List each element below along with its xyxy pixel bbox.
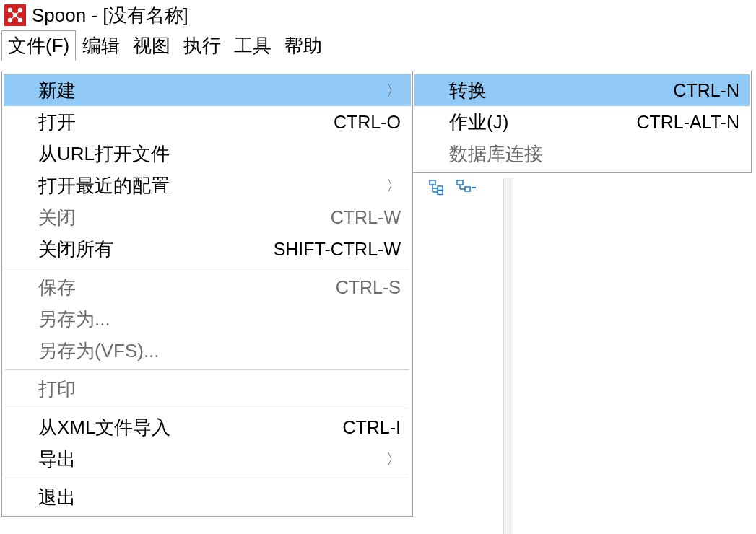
submenu-arrow-icon: 〉 <box>386 176 401 196</box>
menu-save-shortcut: CTRL-S <box>336 277 401 298</box>
menu-close-all-label: 关闭所有 <box>38 237 265 262</box>
app-icon <box>4 4 26 26</box>
menu-separator <box>5 369 409 370</box>
svg-rect-19 <box>465 187 470 191</box>
menu-open-url[interactable]: 从URL打开文件 <box>4 138 411 170</box>
menu-print: 打印 <box>4 373 411 405</box>
menu-exit-label: 退出 <box>38 485 401 510</box>
menu-new[interactable]: 新建 〉 <box>4 74 411 106</box>
tree-collapse-icon[interactable] <box>456 179 477 196</box>
menu-export-label: 导出 <box>38 447 378 472</box>
svg-rect-10 <box>430 180 435 185</box>
menu-close-all-shortcut: SHIFT-CTRL-W <box>274 239 401 260</box>
window-title: Spoon - [没有名称] <box>32 3 188 28</box>
menu-close-label: 关闭 <box>38 205 322 230</box>
menu-open-url-label: 从URL打开文件 <box>38 141 401 167</box>
menu-new-label: 新建 <box>38 78 378 103</box>
menu-file[interactable]: 文件(F) <box>1 30 76 61</box>
svg-rect-16 <box>457 180 463 185</box>
menu-new-job[interactable]: 作业(J) CTRL-ALT-N <box>414 106 750 138</box>
tree-expand-icon[interactable] <box>429 179 449 196</box>
menu-save-label: 保存 <box>38 275 327 300</box>
menu-new-db-connection: 数据库连接 <box>414 138 750 170</box>
menu-new-transformation[interactable]: 转换 CTRL-N <box>414 74 750 106</box>
menu-new-job-shortcut: CTRL-ALT-N <box>636 112 739 133</box>
menu-save-as-label: 另存为... <box>38 307 401 332</box>
submenu-arrow-icon: 〉 <box>386 450 401 469</box>
menu-import-xml-shortcut: CTRL-I <box>342 417 401 438</box>
menu-open-label: 打开 <box>38 110 325 135</box>
menu-save-as-vfs-label: 另存为(VFS)... <box>38 338 401 364</box>
menu-separator <box>5 408 409 408</box>
title-bar: Spoon - [没有名称] <box>0 0 756 30</box>
menu-edit[interactable]: 编辑 <box>76 30 126 61</box>
menu-open-recent[interactable]: 打开最近的配置 〉 <box>4 170 411 201</box>
menu-print-label: 打印 <box>38 377 401 402</box>
menu-save-as-vfs: 另存为(VFS)... <box>4 335 411 367</box>
menu-close-all[interactable]: 关闭所有 SHIFT-CTRL-W <box>4 233 411 265</box>
submenu-arrow-icon: 〉 <box>386 81 401 100</box>
menu-open[interactable]: 打开 CTRL-O <box>4 106 411 138</box>
panel-splitter[interactable] <box>503 178 513 534</box>
menu-separator <box>5 268 409 268</box>
menu-export[interactable]: 导出 〉 <box>4 443 411 475</box>
menu-open-shortcut: CTRL-O <box>334 112 401 133</box>
menu-bar: 文件(F) 编辑 视图 执行 工具 帮助 <box>0 30 756 61</box>
menu-new-transformation-label: 转换 <box>449 78 664 103</box>
menu-new-job-label: 作业(J) <box>449 110 627 135</box>
menu-save-as: 另存为... <box>4 303 411 335</box>
menu-close: 关闭 CTRL-W <box>4 201 411 233</box>
menu-view[interactable]: 视图 <box>126 30 177 61</box>
menu-save: 保存 CTRL-S <box>4 271 411 303</box>
toolbar-fragment <box>429 179 477 196</box>
file-dropdown: 新建 〉 打开 CTRL-O 从URL打开文件 打开最近的配置 〉 关闭 CTR… <box>1 71 413 517</box>
menu-tools[interactable]: 工具 <box>227 30 278 61</box>
menu-import-xml-label: 从XML文件导入 <box>38 415 334 440</box>
menu-exit[interactable]: 退出 <box>4 481 411 513</box>
menu-close-shortcut: CTRL-W <box>331 207 401 228</box>
menu-new-transformation-shortcut: CTRL-N <box>673 80 739 101</box>
menu-open-recent-label: 打开最近的配置 <box>38 173 378 198</box>
new-submenu: 转换 CTRL-N 作业(J) CTRL-ALT-N 数据库连接 <box>412 71 752 173</box>
menu-help[interactable]: 帮助 <box>278 30 329 61</box>
menu-new-db-connection-label: 数据库连接 <box>449 141 739 167</box>
menu-separator <box>5 478 409 478</box>
menu-run[interactable]: 执行 <box>177 30 227 61</box>
menu-import-xml[interactable]: 从XML文件导入 CTRL-I <box>4 411 411 443</box>
